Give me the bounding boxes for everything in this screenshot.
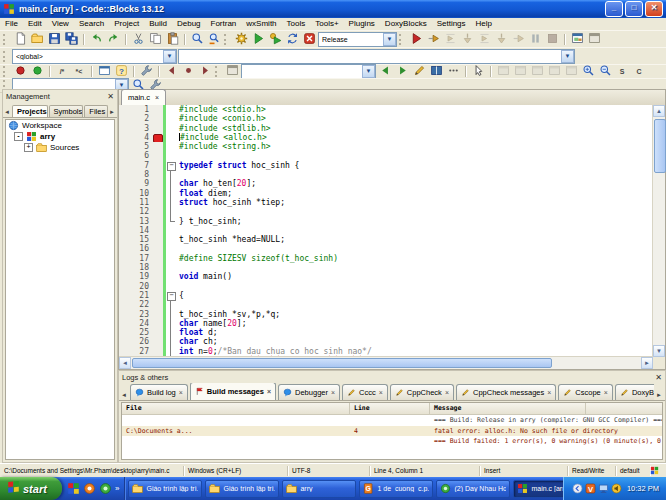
menu-item-build[interactable]: Build (144, 18, 172, 30)
editor-vertical-scrollbar[interactable]: ▲ ▼ (652, 105, 665, 357)
wxs-frame-4-icon[interactable] (546, 65, 562, 79)
minimize-button[interactable]: _ (605, 1, 623, 17)
project-tree[interactable]: Workspace-arry+Sources (5, 119, 115, 460)
logs-tab-debugger[interactable]: Debugger× (278, 384, 340, 400)
chevron-down-icon[interactable]: ▼ (383, 33, 396, 46)
toolbar-grip[interactable] (224, 34, 229, 45)
menu-item-project[interactable]: Project (109, 18, 144, 30)
fortran-forward-icon[interactable] (197, 65, 213, 79)
scroll-up-icon[interactable]: ▲ (653, 105, 665, 117)
taskbar-task-3[interactable]: arry (282, 480, 356, 498)
logs-tab-cscope[interactable]: Cscope× (558, 384, 613, 400)
rebuild-icon[interactable] (284, 32, 300, 46)
wxsmith-help-icon[interactable]: ? (113, 65, 129, 79)
tab-close-icon[interactable]: × (179, 389, 183, 396)
volume-icon[interactable] (611, 483, 622, 494)
logs-tab-cppcheck-messages[interactable]: CppCheck messages× (456, 384, 556, 400)
doxyblocks-select[interactable]: ▼ (241, 64, 376, 79)
fold-margin[interactable]: − (166, 291, 176, 300)
taskbar-task-4[interactable]: G1 de_cuong_c.p... (359, 480, 433, 498)
tab-close-icon[interactable]: × (445, 389, 449, 396)
window-titlebar[interactable]: main.c [arry] - Code::Blocks 13.12 _□✕ (0, 0, 666, 18)
run-icon[interactable] (250, 32, 266, 46)
column-header-file[interactable]: File (122, 403, 350, 414)
fold-margin[interactable] (166, 189, 176, 198)
tabs-scroll-left-icon[interactable]: ◄ (4, 109, 11, 117)
fold-margin[interactable] (166, 105, 176, 114)
menu-item-tools[interactable]: Tools (282, 18, 311, 30)
management-tab-files[interactable]: Files (84, 105, 108, 117)
toolbar-grip[interactable] (3, 34, 8, 45)
fold-margin[interactable] (166, 133, 176, 142)
stop-debugger-icon[interactable] (544, 32, 560, 46)
fortran-home-icon[interactable] (180, 65, 196, 79)
new-file-icon[interactable] (12, 32, 28, 46)
fold-margin[interactable] (166, 328, 176, 337)
wxs-frame-1-icon[interactable] (495, 65, 511, 79)
next-instruction-icon[interactable] (493, 32, 509, 46)
scroll-left-icon[interactable]: ◄ (119, 357, 131, 369)
menu-item-debug[interactable]: Debug (172, 18, 206, 30)
management-tab-projects[interactable]: Projects (12, 105, 48, 117)
paste-icon[interactable] (164, 32, 180, 46)
abort-build-icon[interactable] (301, 32, 317, 46)
language-bar-icon[interactable] (572, 483, 583, 494)
logs-tabs-scroll-right-icon[interactable]: ► (656, 392, 663, 400)
expand-icon[interactable]: + (24, 143, 33, 152)
editor-tab-close-icon[interactable]: × (155, 94, 159, 101)
debug-continue-icon[interactable] (408, 32, 424, 46)
menu-item-tools-[interactable]: Tools+ (310, 18, 343, 30)
fold-margin[interactable] (166, 226, 176, 235)
logs-close-icon[interactable]: ✕ (655, 373, 662, 382)
doxy-book-icon[interactable] (428, 65, 444, 79)
menu-item-settings[interactable]: Settings (432, 18, 471, 30)
build-message-row-2[interactable]: C:\Documents a...4fatal error: alloc.h: … (122, 426, 662, 437)
fold-margin[interactable] (166, 198, 176, 207)
settings-wrench-icon[interactable] (138, 65, 154, 79)
fold-margin[interactable]: − (166, 161, 176, 170)
fold-margin[interactable] (166, 244, 176, 253)
fold-margin[interactable] (166, 151, 176, 160)
toolbar-grip[interactable] (3, 66, 8, 77)
fold-margin[interactable] (166, 347, 176, 356)
symbol-select[interactable]: ▼ (178, 49, 575, 64)
maximize-button[interactable]: □ (625, 1, 643, 17)
fold-margin[interactable] (166, 310, 176, 319)
logs-tab-cppcheck[interactable]: CppCheck× (390, 384, 454, 400)
copy-icon[interactable] (147, 32, 163, 46)
cppcheck-run-icon[interactable] (29, 65, 45, 79)
doxy-block-comment-icon[interactable] (411, 65, 427, 79)
menu-item-file[interactable]: File (0, 18, 23, 30)
start-button[interactable]: start (0, 477, 62, 500)
horizontal-scroll-thumb[interactable] (132, 358, 552, 368)
fold-margin[interactable] (166, 319, 176, 328)
fold-margin[interactable] (166, 235, 176, 244)
break-debugger-icon[interactable] (527, 32, 543, 46)
tab-close-icon[interactable]: × (267, 388, 271, 395)
editor-tab-main-c[interactable]: main.c × (121, 89, 166, 105)
save-all-files-icon[interactable] (63, 32, 79, 46)
undo-icon[interactable] (88, 32, 104, 46)
logs-tabs-scroll-left-icon[interactable]: ◄ (121, 392, 128, 400)
doxy-more-icon[interactable] (445, 65, 461, 79)
scroll-down-icon[interactable]: ▼ (653, 345, 665, 357)
open-file-icon[interactable] (29, 32, 45, 46)
build-target-select[interactable]: Release▼ (318, 32, 397, 47)
fold-margin[interactable] (166, 254, 176, 263)
logs-tab-build-log[interactable]: Build log× (130, 384, 188, 400)
quick-launch-codeblocks-icon[interactable] (67, 482, 80, 495)
fold-margin[interactable] (166, 170, 176, 179)
toolbar-grip[interactable] (215, 66, 220, 77)
tabs-scroll-right-icon[interactable]: ► (109, 109, 116, 117)
taskbar-clock[interactable]: 10:32 PM (624, 484, 662, 493)
build-message-row-3[interactable]: === Build failed: 1 error(s), 0 warning(… (122, 436, 662, 447)
toolbar-grip[interactable] (399, 34, 404, 45)
tab-close-icon[interactable]: × (604, 389, 608, 396)
build-and-run-icon[interactable] (267, 32, 283, 46)
fold-margin[interactable] (166, 337, 176, 346)
menu-item-help[interactable]: Help (471, 18, 497, 30)
fold-margin[interactable] (166, 263, 176, 272)
menu-item-doxyblocks[interactable]: DoxyBlocks (380, 18, 432, 30)
tab-close-icon[interactable]: × (379, 389, 383, 396)
fold-margin[interactable] (166, 207, 176, 216)
